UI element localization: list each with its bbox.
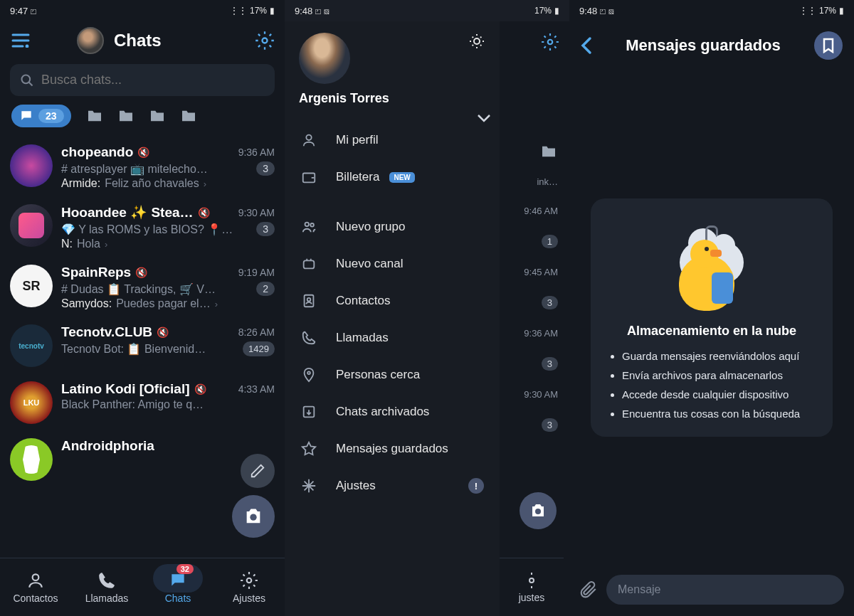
alert-badge: !: [468, 478, 484, 494]
list-item: Accede desde cualquier dispositivo: [622, 388, 816, 400]
drawer-nearby[interactable]: Personas cerca: [285, 356, 500, 393]
archive-icon: [300, 403, 317, 420]
chat-preview: Tecnotv Bot: 📋 Bienvenid…: [61, 342, 206, 356]
compose-button[interactable]: [241, 454, 275, 488]
attach-icon[interactable]: [579, 580, 598, 599]
svg-point-0: [26, 45, 29, 48]
chat-item[interactable]: Androidphoria: [0, 431, 285, 488]
svg-point-6: [474, 38, 480, 44]
star-icon: [300, 440, 317, 457]
profile-avatar[interactable]: [299, 33, 350, 84]
nav-label: justes: [519, 592, 545, 603]
svg-rect-11: [304, 260, 315, 268]
unread-count: 23: [38, 109, 64, 123]
drawer-label: Billetera: [336, 170, 379, 184]
unread-badge: 3: [256, 222, 275, 236]
battery-icon: ▮: [270, 6, 275, 16]
status-time: 9:47: [10, 6, 28, 16]
drawer-list: Mi perfil BilleteraNEW Nuevo grupo Nuevo…: [285, 122, 500, 504]
search-input[interactable]: [41, 73, 265, 87]
svg-point-1: [263, 38, 268, 43]
chat-list: chopeando🔇9:36 AM # atresplayer 📺 mitele…: [0, 137, 285, 558]
back-button[interactable]: [581, 36, 592, 55]
drawer-new-group[interactable]: Nuevo grupo: [285, 208, 500, 245]
nav-label: Chats: [165, 593, 191, 604]
svg-point-9: [305, 223, 310, 227]
mute-icon: 🔇: [135, 267, 147, 278]
cloud-illustration: [608, 213, 816, 319]
status-bar: 9:47⏍ ⋮⋮17%▮: [0, 0, 285, 21]
nav-settings-partial[interactable]: justes: [500, 558, 564, 616]
chat-preview: Black Panther: Amigo te q…: [61, 398, 204, 411]
chat-item[interactable]: Hooandee ✨ Stea…🔇9:30 AM 💎 Y las ROMS y …: [0, 197, 285, 257]
list-item: Guarda mensajes reenviándolos aquí: [622, 350, 816, 362]
folder-icon[interactable]: [541, 145, 557, 158]
nav-settings[interactable]: Ajustes: [214, 558, 285, 616]
drawer-label: Mensajes guardados: [336, 442, 448, 456]
chat-time: 8:26 AM: [238, 326, 275, 338]
camera-button[interactable]: [520, 492, 557, 529]
drawer-new-channel[interactable]: Nuevo canal: [285, 245, 500, 282]
drawer-label: Personas cerca: [336, 368, 420, 382]
nav-calls[interactable]: Llamadas: [71, 558, 142, 616]
chat-item[interactable]: Latino Kodi [Oficial]🔇4:33 AM Black Pant…: [0, 374, 285, 431]
chats-screen: 9:47⏍ ⋮⋮17%▮ Chats 23 chopeando🔇9:36 AM …: [0, 0, 285, 616]
drawer-label: Llamadas: [336, 331, 389, 345]
peek-time: 9:45 AM: [524, 267, 558, 277]
menu-icon[interactable]: [10, 30, 31, 51]
drawer-profile[interactable]: Mi perfil: [285, 122, 500, 159]
profile-avatar[interactable]: [77, 27, 104, 54]
unread-badge: 1429: [243, 341, 275, 356]
folder-icon[interactable]: [118, 110, 134, 122]
drawer-calls[interactable]: Llamadas: [285, 319, 500, 356]
nav-label: Contactos: [13, 593, 58, 604]
snowflake-icon: [300, 477, 317, 494]
drawer-saved[interactable]: Mensajes guardados: [285, 430, 500, 467]
search-bar[interactable]: [10, 64, 275, 96]
nav-chats[interactable]: 32Chats: [142, 558, 214, 616]
peek-badge: 3: [542, 357, 558, 371]
drawer-wallet[interactable]: BilleteraNEW: [285, 159, 500, 196]
peek-time: 9:46 AM: [524, 206, 558, 216]
profile-name: Argenis Torres: [285, 91, 500, 106]
chat-item[interactable]: Tecnotv.CLUB🔇8:26 AM Tecnotv Bot: 📋 Bien…: [0, 317, 285, 374]
wifi-icon: ⋮⋮: [230, 6, 247, 16]
nav-contacts[interactable]: Contactos: [0, 558, 71, 616]
nav-label: Ajustes: [233, 593, 265, 604]
chat-name: Hooandee ✨ Stea…: [61, 204, 194, 221]
peek-time: 9:36 AM: [524, 328, 558, 339]
camera-button[interactable]: [232, 495, 275, 538]
folder-icon[interactable]: [181, 110, 196, 122]
chat-item[interactable]: chopeando🔇9:36 AM # atresplayer 📺 mitele…: [0, 137, 285, 197]
folder-icon[interactable]: [87, 110, 102, 122]
card-title: Almacenamiento en la nube: [608, 324, 816, 339]
theme-toggle-icon[interactable]: [468, 33, 485, 50]
gear-icon[interactable]: [255, 31, 275, 51]
chat-topic: # Dudas 📋 Trackings, 🛒 V…: [61, 282, 216, 296]
message-input[interactable]: Mensaje: [606, 575, 844, 605]
page-title: Chats: [114, 31, 162, 51]
drawer-settings[interactable]: Ajustes!: [285, 467, 500, 504]
bookmark-button[interactable]: [814, 31, 843, 60]
wifi-icon: ⋮⋮: [799, 6, 816, 16]
folder-icon[interactable]: [149, 110, 165, 122]
nav-badge: 32: [176, 564, 194, 574]
gear-icon[interactable]: [541, 33, 559, 51]
chat-sender: N:: [61, 238, 73, 250]
info-card: Almacenamiento en la nube Guarda mensaje…: [591, 198, 833, 437]
all-chats-pill[interactable]: 23: [11, 105, 71, 127]
chat-item[interactable]: SpainReps🔇9:19 AM # Dudas 📋 Trackings, 🛒…: [0, 257, 285, 317]
peek-time: 9:30 AM: [524, 389, 558, 400]
drawer-archived[interactable]: Chats archivados: [285, 393, 500, 430]
chat-name: Latino Kodi [Oficial]: [61, 381, 190, 397]
drawer-label: Nuevo grupo: [336, 220, 405, 234]
drawer-contacts[interactable]: Contactos: [285, 282, 500, 319]
message-composer: Mensaje: [569, 568, 854, 616]
svg-point-4: [33, 574, 39, 580]
stream-icon: ⏍ ▧: [600, 6, 614, 16]
svg-point-16: [548, 40, 553, 45]
drawer-label: Contactos: [336, 294, 391, 308]
svg-point-14: [307, 371, 310, 374]
svg-point-17: [535, 509, 541, 514]
empty-state: Almacenamiento en la nube Guarda mensaje…: [569, 67, 854, 568]
